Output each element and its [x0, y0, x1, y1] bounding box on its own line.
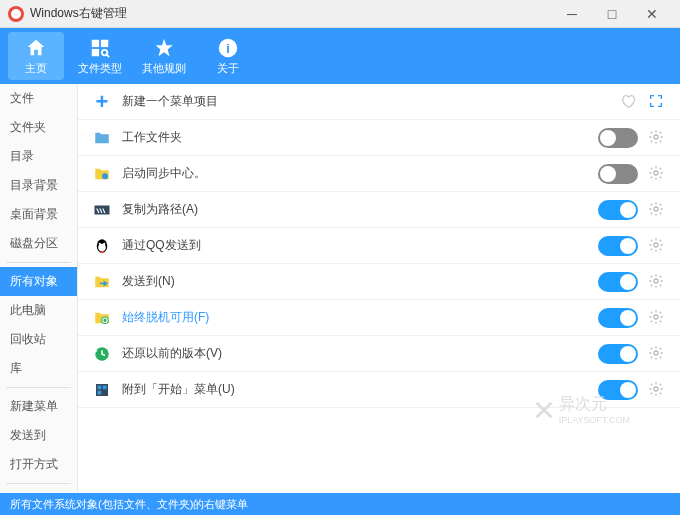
close-button[interactable]: ✕	[632, 0, 672, 28]
info-icon: i	[217, 37, 239, 59]
row-label: 复制为路径(A)	[122, 201, 598, 218]
toggle-switch[interactable]	[598, 380, 638, 400]
row-label: 附到「开始」菜单(U)	[122, 381, 598, 398]
svg-point-18	[654, 279, 658, 283]
folder-blue-icon	[92, 128, 112, 148]
svg-rect-25	[103, 385, 107, 389]
svg-rect-1	[101, 39, 108, 46]
list-row: 复制为路径(A)	[78, 192, 680, 228]
folder-sync-icon	[92, 164, 112, 184]
sidebar-item[interactable]: 新建菜单	[0, 392, 77, 421]
maximize-button[interactable]: □	[592, 0, 632, 28]
sidebar-item[interactable]: 库	[0, 354, 77, 383]
toggle-switch[interactable]	[598, 128, 638, 148]
svg-point-13	[98, 243, 106, 251]
app-icon	[8, 6, 24, 22]
svg-point-14	[99, 242, 101, 244]
svg-point-20	[654, 315, 658, 319]
minimize-button[interactable]: ─	[552, 0, 592, 28]
star-icon	[153, 37, 175, 59]
svg-point-8	[102, 173, 108, 179]
svg-point-27	[654, 387, 658, 391]
row-label: 通过QQ发送到	[122, 237, 598, 254]
sendto-icon	[92, 272, 112, 292]
svg-rect-10	[95, 205, 110, 214]
svg-point-16	[100, 250, 105, 252]
gear-icon[interactable]	[648, 381, 666, 399]
titlebar: Windows右键管理 ─ □ ✕	[0, 0, 680, 28]
row-label: 工作文件夹	[122, 129, 598, 146]
grid-icon	[89, 37, 111, 59]
svg-point-11	[654, 207, 658, 211]
row-label: 还原以前的版本(V)	[122, 345, 598, 362]
list-row: 还原以前的版本(V)	[78, 336, 680, 372]
gear-icon[interactable]	[648, 309, 666, 327]
heart-icon[interactable]	[620, 93, 638, 111]
gear-icon[interactable]	[648, 237, 666, 255]
list-row: 工作文件夹	[78, 120, 680, 156]
sidebar-item[interactable]: 磁盘分区	[0, 229, 77, 258]
sidebar-item[interactable]: 桌面背景	[0, 200, 77, 229]
toolbar-filetype[interactable]: 文件类型	[72, 32, 128, 80]
status-text: 所有文件系统对象(包括文件、文件夹)的右键菜单	[10, 497, 248, 512]
svg-line-4	[106, 54, 109, 57]
toolbar-about[interactable]: i 关于	[200, 32, 256, 80]
sidebar-item[interactable]: 目录背景	[0, 171, 77, 200]
sidebar-item[interactable]: 文件	[0, 84, 77, 113]
sidebar-item[interactable]: 回收站	[0, 325, 77, 354]
list-row: 始终脱机可用(F)	[78, 300, 680, 336]
sidebar-item[interactable]: 目录	[0, 142, 77, 171]
svg-rect-26	[98, 390, 102, 394]
toolbar-label: 其他规则	[142, 61, 186, 76]
sidebar-item[interactable]: 打开方式	[0, 450, 77, 479]
gear-icon[interactable]	[648, 165, 666, 183]
sidebar-item[interactable]: Win+X	[0, 488, 77, 493]
svg-point-22	[654, 351, 658, 355]
svg-text:i: i	[226, 40, 230, 55]
toolbar-label: 文件类型	[78, 61, 122, 76]
toolbar-label: 关于	[217, 61, 239, 76]
svg-rect-2	[92, 48, 99, 55]
toggle-switch[interactable]	[598, 236, 638, 256]
sidebar-item[interactable]: 发送到	[0, 421, 77, 450]
expand-icon[interactable]	[648, 93, 666, 111]
sidebar-item[interactable]: 此电脑	[0, 296, 77, 325]
row-label: 启动同步中心。	[122, 165, 598, 182]
svg-point-9	[654, 171, 658, 175]
sidebar-separator	[6, 483, 71, 484]
gear-icon[interactable]	[648, 129, 666, 147]
sidebar: 文件文件夹目录目录背景桌面背景磁盘分区所有对象此电脑回收站库新建菜单发送到打开方…	[0, 84, 78, 493]
gear-icon[interactable]	[648, 201, 666, 219]
plus-icon: +	[92, 92, 112, 112]
path-icon	[92, 200, 112, 220]
sidebar-item[interactable]: 所有对象	[0, 267, 77, 296]
toolbar-other[interactable]: 其他规则	[136, 32, 192, 80]
list-row: 启动同步中心。	[78, 156, 680, 192]
gear-icon[interactable]	[648, 345, 666, 363]
row-label: 发送到(N)	[122, 273, 598, 290]
toggle-switch[interactable]	[598, 200, 638, 220]
toolbar-home[interactable]: 主页	[8, 32, 64, 80]
restore-icon	[92, 344, 112, 364]
content: +新建一个菜单项目工作文件夹启动同步中心。复制为路径(A)通过QQ发送到发送到(…	[78, 84, 680, 493]
list-row: 通过QQ发送到	[78, 228, 680, 264]
row-label: 始终脱机可用(F)	[122, 309, 598, 326]
svg-rect-24	[98, 385, 102, 389]
row-label[interactable]: 新建一个菜单项目	[122, 93, 620, 110]
list-row: 附到「开始」菜单(U)	[78, 372, 680, 408]
toggle-switch[interactable]	[598, 164, 638, 184]
pin-icon	[92, 380, 112, 400]
toggle-switch[interactable]	[598, 308, 638, 328]
toggle-switch[interactable]	[598, 272, 638, 292]
list-row: +新建一个菜单项目	[78, 84, 680, 120]
gear-icon[interactable]	[648, 273, 666, 291]
sidebar-separator	[6, 262, 71, 263]
svg-point-7	[654, 135, 658, 139]
window-title: Windows右键管理	[30, 5, 552, 22]
svg-point-17	[654, 243, 658, 247]
list-row: 发送到(N)	[78, 264, 680, 300]
toolbar: 主页 文件类型 其他规则 i 关于	[0, 28, 680, 84]
sidebar-item[interactable]: 文件夹	[0, 113, 77, 142]
statusbar: 所有文件系统对象(包括文件、文件夹)的右键菜单	[0, 493, 680, 515]
toggle-switch[interactable]	[598, 344, 638, 364]
